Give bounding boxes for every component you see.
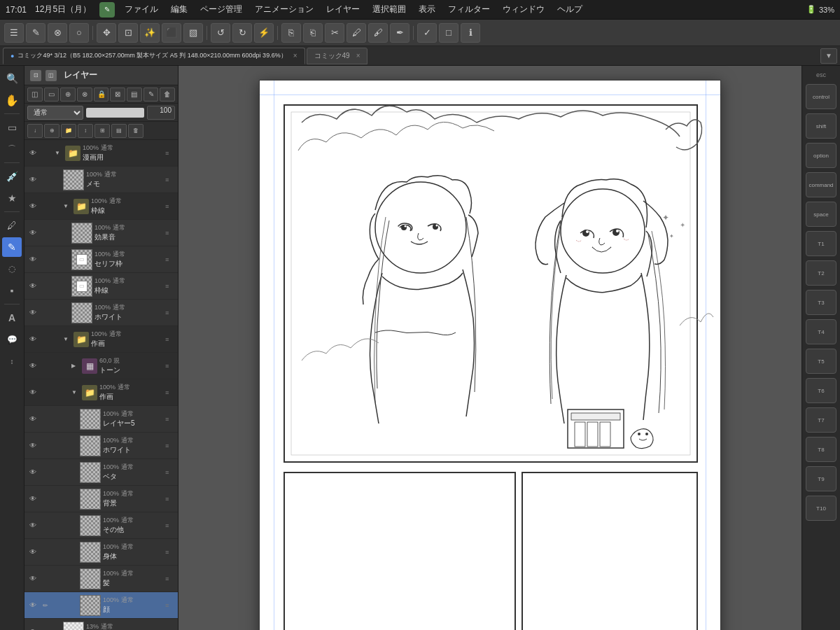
layer-item-l3[interactable]: 👁▼📁100% 通常枠線≡ [24,193,178,220]
layer-sub-tool-7[interactable]: 🗑 [128,124,144,138]
layer-tool-8[interactable]: ✎ [144,88,159,102]
toolbar-cut-btn[interactable]: ✂ [325,23,344,43]
layer-menu-icon-l18[interactable]: ≡ [165,602,175,609]
toolbar-eraser-btn[interactable]: ⊗ [48,23,67,43]
layer-eye-l4[interactable]: 👁 [27,227,38,239]
layer-eye-l1[interactable]: 👁 [27,148,38,159]
toolbar-menu-btn[interactable]: ☰ [4,23,24,43]
layer-item-l15[interactable]: 👁100% 通常その他≡ [24,512,178,539]
layer-eye-l16[interactable]: 👁 [27,547,38,558]
tool-select-lasso[interactable]: ⌒ [2,139,22,159]
key-t6[interactable]: T6 [806,378,836,403]
layer-sub-tool-2[interactable]: ⊕ [44,124,59,138]
toolbar-paste-btn[interactable]: ⎗ [303,23,323,43]
layer-eye-l17[interactable]: 👁 [27,573,38,584]
layer-eye-l8[interactable]: 👁 [27,334,38,345]
tool-text[interactable]: A [2,308,22,328]
layer-eye-l9[interactable]: 👁 [27,360,38,372]
layer-eye-l10[interactable]: 👁 [27,387,38,398]
layer-eye-l18[interactable]: 👁 [27,600,38,611]
key-t4[interactable]: T4 [806,319,836,344]
layer-tool-2[interactable]: ▭ [44,88,59,102]
layer-menu-icon-l16[interactable]: ≡ [165,549,175,556]
layer-item-l1[interactable]: 👁▼📁100% 通常漫画用≡ [24,140,178,167]
layer-sub-tool-3[interactable]: 📁 [61,124,76,138]
layer-menu-icon-l2[interactable]: ≡ [165,176,175,183]
toolbar-pen3-btn[interactable]: 🖋 [368,23,388,43]
layer-item-l12[interactable]: 👁100% 通常ホワイト≡ [24,433,178,459]
key-space[interactable]: space [806,202,836,227]
toolbar-pen2-btn[interactable]: 🖊 [346,23,366,43]
layer-item-l10[interactable]: 👁▼📁100% 通常作画≡ [24,379,178,406]
toolbar-move-btn[interactable]: ✥ [97,23,116,43]
layer-item-l9[interactable]: 👁▶▦60,0 規トーン≡ [24,353,178,379]
toolbar-checkmark-btn[interactable]: ✓ [417,23,437,43]
layer-opacity-bar[interactable] [86,108,144,118]
toolbar-transform-btn[interactable]: ⊡ [118,23,138,43]
layer-tool-9[interactable]: 🗑 [160,88,175,102]
layer-item-l14[interactable]: 👁100% 通常背景≡ [24,486,178,512]
menu-view[interactable]: 表示 [413,2,441,17]
menu-window[interactable]: ウィンドウ [497,2,550,17]
layer-item-l18[interactable]: 👁✏100% 通常顔≡ [24,592,178,619]
layer-menu-icon-l15[interactable]: ≡ [165,522,175,529]
layer-expand-l8[interactable]: ▼ [63,336,71,342]
layer-expand-l9[interactable]: ▶ [71,363,80,369]
key-t8[interactable]: T8 [806,437,836,462]
layer-tool-1[interactable]: ◫ [27,88,43,102]
layer-eye-l13[interactable]: 👁 [27,467,38,478]
layer-sub-tool-5[interactable]: ⊞ [94,124,110,138]
layer-menu-icon-l11[interactable]: ≡ [165,416,175,423]
toolbar-pen-btn[interactable]: ✎ [26,23,46,43]
menu-filter[interactable]: フィルター [442,2,496,17]
toolbar-pen4-btn[interactable]: ✒ [390,23,410,43]
layer-item-l4[interactable]: 👁100% 通常効果音≡ [24,220,178,246]
tool-balloon[interactable]: 💬 [2,330,22,349]
toolbar-gradient-btn[interactable]: ▧ [183,23,203,43]
toolbar-copy-btn[interactable]: ⎘ [281,23,301,43]
layer-eye-l14[interactable]: 👁 [27,493,38,505]
menu-layer[interactable]: レイヤー [321,2,365,17]
layer-item-l6[interactable]: 👁▭100% 通常枠線≡ [24,273,178,300]
toolbar-undo-btn[interactable]: ↺ [211,23,230,43]
layer-menu-icon-l13[interactable]: ≡ [165,469,175,476]
layer-expand-l3[interactable]: ▼ [63,203,71,209]
layer-eye-l2[interactable]: 👁 [27,174,38,186]
layer-sub-tool-1[interactable]: ↓ [27,124,43,138]
key-t5[interactable]: T5 [806,349,836,374]
tab-comic49-main[interactable]: ● コミック49* 3/12（B5 182.00×257.00mm 製本サイズ … [3,48,305,64]
key-t2[interactable]: T2 [806,260,836,286]
key-t1[interactable]: T1 [806,231,836,256]
layer-eye-l7[interactable]: 👁 [27,307,38,318]
layer-menu-icon-l3[interactable]: ≡ [165,203,175,210]
menu-file[interactable]: ファイル [119,2,164,17]
layer-sub-tool-6[interactable]: ▤ [111,124,127,138]
layer-sub-tool-4[interactable]: ↕ [78,124,93,138]
tool-brush[interactable]: ✎ [2,237,22,257]
menu-edit[interactable]: 編集 [165,2,193,17]
layer-menu-icon-l5[interactable]: ≡ [165,256,175,263]
layer-menu-icon-l12[interactable]: ≡ [165,442,175,449]
toolbar-flash-btn[interactable]: ⚡ [254,23,274,43]
layer-eye-l12[interactable]: 👁 [27,440,38,451]
toolbar-redo-btn[interactable]: ↻ [232,23,252,43]
canvas-area[interactable]: ✦ ✦ ✦ [178,66,802,630]
toolbar-info-btn[interactable]: ℹ [461,23,480,43]
key-t7[interactable]: T7 [806,407,836,433]
tool-move[interactable]: ✋ [2,90,22,110]
tab-expand-btn[interactable]: ▼ [820,48,837,64]
layer-item-l19[interactable]: 👁13% 通常レイヤー1≡ [24,619,178,630]
layer-item-l17[interactable]: 👁100% 通常髪≡ [24,566,178,592]
layer-eye-l6[interactable]: 👁 [27,281,38,292]
layer-item-l8[interactable]: 👁▼📁100% 通常作画≡ [24,326,178,353]
layer-tool-3[interactable]: ⊕ [60,88,76,102]
key-shift[interactable]: shift [806,113,836,139]
key-option[interactable]: option [806,143,836,168]
toolbar-box-btn[interactable]: □ [439,23,458,43]
toolbar-fill-btn[interactable]: ⬛ [162,23,181,43]
tab-comic49-close[interactable]: × [293,52,298,59]
layer-menu-icon-l8[interactable]: ≡ [165,336,175,343]
toolbar-circle-btn[interactable]: ○ [69,23,89,43]
tool-select-rect[interactable]: ▭ [2,118,22,137]
layer-blend-select[interactable]: 通常 乗算 スクリーン [27,106,83,120]
